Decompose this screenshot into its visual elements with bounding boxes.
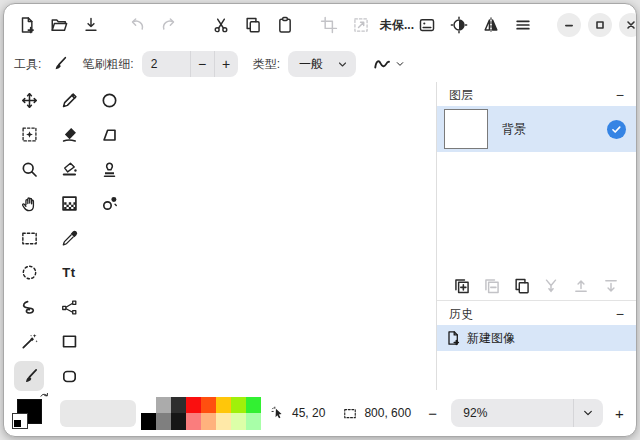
- zoom-in-button[interactable]: +: [611, 405, 628, 422]
- layer-visible-checkbox[interactable]: [607, 120, 626, 139]
- recent-colors-area[interactable]: [60, 400, 136, 427]
- gradient-tool-icon: [60, 194, 79, 213]
- tool-move-selection-button[interactable]: [14, 120, 44, 150]
- brush-size-increase-button[interactable]: +: [214, 51, 238, 77]
- palette-swatch[interactable]: [156, 397, 171, 413]
- image-properties-button[interactable]: [414, 12, 440, 38]
- canvas[interactable]: [134, 82, 436, 390]
- brush-size-spinbox: 2 − +: [142, 51, 238, 77]
- tool-rectangle-select-button[interactable]: [14, 223, 44, 253]
- menu-icon: [514, 16, 532, 34]
- duplicate-layer-icon: [513, 277, 531, 295]
- brush-size-decrease-button[interactable]: −: [190, 51, 214, 77]
- zoom-out-button[interactable]: −: [424, 405, 441, 422]
- minimize-button[interactable]: [557, 13, 581, 37]
- tool-zoom-button[interactable]: [14, 154, 44, 184]
- palette-swatch[interactable]: [141, 413, 156, 430]
- line-curve-tool-icon: [60, 298, 79, 317]
- palette-swatch[interactable]: [201, 413, 216, 430]
- layers-collapse-button[interactable]: −: [616, 88, 624, 102]
- copy-button[interactable]: [240, 12, 266, 38]
- cursor-position-group: 45, 20: [270, 406, 325, 421]
- text-tool-glyph: Tt: [62, 265, 75, 280]
- tool-clone-stamp-button[interactable]: [94, 154, 124, 184]
- paint-bucket-tool-icon: [60, 160, 79, 179]
- palette-swatch[interactable]: [186, 413, 201, 430]
- clipboard-icon: [276, 16, 294, 34]
- new-image-button[interactable]: [14, 12, 40, 38]
- win-close-icon: [623, 17, 637, 33]
- main-menu-button[interactable]: [510, 12, 536, 38]
- history-item[interactable]: 新建图像: [437, 325, 636, 351]
- line-style-dropdown[interactable]: [372, 54, 405, 74]
- redo-button[interactable]: [156, 12, 182, 38]
- palette-swatch[interactable]: [231, 397, 246, 413]
- palette-swatch[interactable]: [156, 413, 171, 430]
- tool-rectangle-button[interactable]: [54, 327, 84, 357]
- tool-text-button[interactable]: Tt: [54, 258, 84, 288]
- zoom-dropdown[interactable]: 92%: [451, 399, 602, 427]
- tool-pan-button[interactable]: [14, 189, 44, 219]
- layer-thumbnail: [444, 109, 488, 149]
- header-right-buttons: [414, 12, 542, 38]
- history-collapse-button[interactable]: −: [616, 307, 624, 321]
- open-button[interactable]: [46, 12, 72, 38]
- add-layer-button[interactable]: [450, 274, 474, 298]
- palette-swatch[interactable]: [201, 397, 216, 413]
- palette-swatch[interactable]: [246, 397, 261, 413]
- palette-swatch[interactable]: [216, 397, 231, 413]
- resize-image-button[interactable]: [348, 12, 374, 38]
- tool-color-picker-button[interactable]: [54, 223, 84, 253]
- clone-stamp-tool-icon: [100, 160, 119, 179]
- background-color-swatch[interactable]: [12, 413, 28, 429]
- win-min-icon: [561, 17, 577, 33]
- flip-button[interactable]: [478, 12, 504, 38]
- default-colors-mini[interactable]: [14, 420, 21, 427]
- maximize-button[interactable]: [588, 13, 612, 37]
- copy-icon: [244, 16, 262, 34]
- paste-button[interactable]: [272, 12, 298, 38]
- tool-ellipse-select-button[interactable]: [14, 258, 44, 288]
- undo-button[interactable]: [124, 12, 150, 38]
- tool-freeform-shape-button[interactable]: [94, 120, 124, 150]
- tool-rounded-rectangle-button[interactable]: [54, 361, 84, 391]
- palette-swatch[interactable]: [171, 413, 186, 430]
- close-button[interactable]: [619, 13, 637, 37]
- palette-column: [141, 397, 156, 430]
- tool-gradient-button[interactable]: [54, 189, 84, 219]
- crop-button[interactable]: [316, 12, 342, 38]
- merge-layer-down-button[interactable]: [539, 274, 563, 298]
- palette-swatch[interactable]: [246, 413, 261, 430]
- cut-button[interactable]: [208, 12, 234, 38]
- tool-magic-wand-button[interactable]: [14, 327, 44, 357]
- brush-size-label: 笔刷粗细:: [82, 56, 133, 73]
- tool-paint-bucket-button[interactable]: [54, 154, 84, 184]
- check-icon: [610, 123, 623, 136]
- save-button[interactable]: [78, 12, 104, 38]
- tool-eraser-button[interactable]: [54, 120, 84, 150]
- color-adjustments-button[interactable]: [446, 12, 472, 38]
- tool-move-button[interactable]: [14, 85, 44, 115]
- remove-layer-button[interactable]: [480, 274, 504, 298]
- palette-column: [171, 397, 186, 430]
- raise-layer-button[interactable]: [569, 274, 593, 298]
- tool-paintbrush-button[interactable]: [14, 361, 44, 391]
- tool-pencil-button[interactable]: [54, 85, 84, 115]
- tool-line-curve-button[interactable]: [54, 292, 84, 322]
- lower-layer-button[interactable]: [599, 274, 623, 298]
- brush-type-dropdown[interactable]: 一般: [288, 51, 356, 77]
- layer-row[interactable]: 背景: [437, 106, 636, 152]
- layer-actions-bar: [437, 272, 636, 300]
- palette-swatch[interactable]: [231, 413, 246, 430]
- duplicate-layer-button[interactable]: [510, 274, 534, 298]
- tool-recolor-button[interactable]: [94, 189, 124, 219]
- palette-swatch[interactable]: [171, 397, 186, 413]
- tool-lasso-select-button[interactable]: [14, 292, 44, 322]
- palette-column: [186, 397, 201, 430]
- color-selector[interactable]: [12, 394, 54, 432]
- history-list: 新建图像: [437, 325, 636, 390]
- brush-size-value[interactable]: 2: [142, 51, 190, 77]
- palette-swatch[interactable]: [186, 397, 201, 413]
- tool-ellipse-button[interactable]: [94, 85, 124, 115]
- palette-swatch[interactable]: [216, 413, 231, 430]
